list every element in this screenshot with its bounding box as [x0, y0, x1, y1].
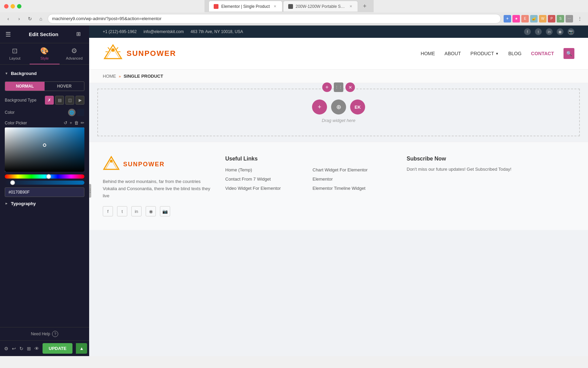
bg-type-video-button[interactable]: ▶ — [76, 96, 84, 105]
refresh-panel-icon[interactable]: ↻ — [19, 344, 23, 353]
color-picker-eyedropper-icon[interactable]: ✏ — [81, 120, 84, 125]
new-tab-button[interactable]: + — [360, 1, 370, 11]
widget-library-button[interactable]: ⊕ — [331, 99, 346, 114]
refresh-button[interactable]: ↻ — [26, 15, 34, 23]
browser-toolbar-icon-5[interactable]: W — [539, 15, 546, 22]
browser-toolbar-icon-4[interactable]: 🔐 — [530, 15, 538, 22]
footer-link-1[interactable]: Chart Widget For Elementor — [313, 167, 393, 172]
normal-mode-button[interactable]: NORMAL — [5, 82, 45, 91]
minimize-window-button[interactable] — [11, 4, 15, 9]
color-cursor[interactable] — [43, 143, 46, 147]
color-spectrum[interactable] — [5, 127, 84, 172]
footer-subscribe-title: Subscribe Now — [407, 156, 574, 162]
update-dropdown-button[interactable]: ▲ — [76, 343, 87, 354]
alpha-thumb[interactable] — [10, 180, 15, 185]
tab-style[interactable]: 🎨 Style — [30, 43, 59, 64]
nav-product[interactable]: PRODUCT ▼ — [471, 51, 499, 56]
background-section-header[interactable]: ▼ Background — [0, 68, 89, 79]
grid-icon[interactable]: ⊞ — [76, 31, 84, 38]
browser-toolbar-icon-6[interactable]: P — [548, 15, 555, 22]
topbar-facebook-icon[interactable]: f — [524, 28, 531, 35]
move-section-icon[interactable]: ⋮⋮ — [334, 82, 343, 92]
color-globe-icon[interactable]: 🌐 — [68, 109, 76, 116]
tab-product[interactable]: 200W-1200W Portable Solar P... ✕ — [283, 1, 358, 12]
topbar-linkedin-icon[interactable]: in — [546, 28, 553, 35]
topbar-twitter-icon[interactable]: t — [535, 28, 542, 35]
color-swatch[interactable] — [77, 109, 84, 116]
main-content: +1 (212)-695-1962 info@elementskit.com 4… — [89, 26, 588, 356]
forward-button[interactable]: › — [15, 15, 23, 23]
footer-subscribe-desc: Don't miss our future updates! Get Subsc… — [407, 166, 574, 173]
bg-type-none-button[interactable]: ✗ — [45, 96, 54, 105]
footer-linkedin-icon[interactable]: in — [131, 206, 142, 216]
bg-type-classic-button[interactable]: ▤ — [55, 96, 64, 105]
color-picker-add-icon[interactable]: + — [69, 120, 72, 125]
add-widget-button[interactable]: + — [312, 99, 327, 114]
topbar-dribbble-icon[interactable]: ◉ — [557, 28, 564, 35]
hue-thumb[interactable] — [46, 174, 51, 179]
footer-link-4[interactable]: Video Widget For Elementor — [225, 186, 306, 191]
footer-links-section: Useful Links Home (Temp) Chart Widget Fo… — [225, 156, 393, 216]
bottom-bar: ⚙ ↩ ↻ ⊞ 👁 UPDATE ▲ — [0, 340, 89, 356]
home-nav-button[interactable]: ⌂ — [37, 15, 45, 23]
footer-link-2[interactable]: Contact From 7 Widget — [225, 177, 306, 182]
layout-tab-icon: ⊡ — [12, 47, 18, 55]
back-button[interactable]: ‹ — [4, 15, 12, 23]
footer-facebook-icon[interactable]: f — [103, 206, 113, 216]
nav-links: HOME ABOUT PRODUCT ▼ BLOG CONTACT 🔍 — [421, 48, 574, 59]
browser-toolbar-icon-7[interactable]: S — [557, 15, 564, 22]
close-section-button[interactable]: ✕ — [345, 82, 355, 92]
tab-close-2[interactable]: ✕ — [349, 4, 353, 9]
panel-resize-handle[interactable] — [89, 184, 91, 198]
typography-chevron-icon: ▼ — [4, 202, 8, 205]
browser-toolbar-icon-1[interactable]: ✈ — [504, 15, 511, 22]
history-icon[interactable]: ↩ — [12, 344, 16, 353]
tab-elementor[interactable]: Elementor | Single Product ✕ — [209, 1, 282, 12]
hex-input[interactable] — [5, 187, 84, 197]
nav-about[interactable]: ABOUT — [444, 51, 461, 56]
elementkit-button[interactable]: EK — [350, 99, 365, 114]
footer-instagram-icon[interactable]: 📷 — [160, 206, 170, 216]
breadcrumb-home[interactable]: HOME — [103, 74, 116, 79]
section-drop-zone[interactable]: + ⊕ EK Drag widget here — [97, 89, 580, 136]
footer-subscribe-section: Subscribe Now Don't miss our future upda… — [407, 156, 574, 216]
tab-layout[interactable]: ⊡ Layout — [0, 43, 30, 64]
browser-toolbar-icon-2[interactable]: ★ — [512, 15, 520, 22]
alpha-slider[interactable] — [5, 181, 84, 185]
footer-dribbble-icon[interactable]: ◉ — [146, 206, 156, 216]
preview-icon[interactable]: 👁 — [34, 344, 39, 353]
close-window-button[interactable] — [4, 4, 9, 9]
templates-icon[interactable]: ⊞ — [27, 344, 31, 353]
color-picker-reset-icon[interactable]: ↺ — [64, 120, 67, 125]
add-section-button[interactable]: + — [322, 82, 332, 92]
background-type-row: Background Type ✗ ▤ ◫ ▶ — [0, 94, 89, 107]
tab-advanced[interactable]: ⚙ Advanced — [60, 43, 89, 64]
help-icon[interactable]: ? — [52, 331, 58, 337]
menu-button[interactable]: ⋮ — [576, 15, 584, 23]
nav-contact[interactable]: CONTACT — [531, 51, 554, 56]
svg-point-5 — [110, 160, 113, 163]
update-button[interactable]: UPDATE — [43, 343, 72, 354]
footer-twitter-icon[interactable]: t — [117, 206, 127, 216]
logo-svg — [103, 43, 123, 64]
nav-blog[interactable]: BLOG — [508, 51, 522, 56]
search-button[interactable]: 🔍 — [564, 48, 574, 59]
footer-link-5[interactable]: Elementor Timeline Widget — [313, 186, 393, 191]
nav-home[interactable]: HOME — [421, 51, 435, 56]
bg-type-gradient-button[interactable]: ◫ — [65, 96, 74, 105]
tab-close-1[interactable]: ✕ — [273, 4, 277, 9]
browser-toolbar-icon-more[interactable]: ⋯ — [566, 15, 573, 22]
hamburger-icon[interactable]: ☰ — [5, 31, 11, 38]
topbar-instagram-icon[interactable]: 📷 — [568, 28, 574, 35]
color-picker-delete-icon[interactable]: 🗑 — [74, 120, 79, 125]
url-input[interactable]: machinery9.com/wp-admin/?post=95&action=… — [48, 14, 501, 24]
footer-link-0[interactable]: Home (Temp) — [225, 167, 306, 172]
hover-mode-button[interactable]: HOVER — [45, 82, 84, 91]
settings-icon[interactable]: ⚙ — [4, 344, 9, 353]
typography-header[interactable]: ▼ Typography — [5, 201, 84, 206]
footer-link-3[interactable]: Elementor — [313, 177, 393, 182]
tab-favicon-1 — [214, 4, 218, 9]
hue-slider[interactable] — [5, 174, 84, 179]
browser-toolbar-icon-3[interactable]: E — [521, 15, 529, 22]
maximize-window-button[interactable] — [17, 4, 21, 9]
